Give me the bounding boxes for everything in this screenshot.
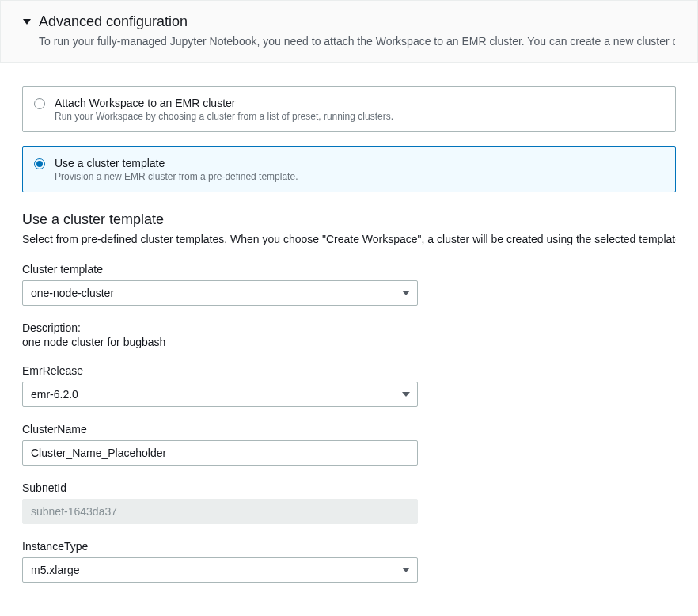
radio-description: Run your Workspace by choosing a cluster… — [55, 111, 393, 122]
radio-use-template[interactable]: Use a cluster template Provision a new E… — [22, 146, 676, 192]
cluster-template-select[interactable]: one-node-cluster — [22, 280, 418, 306]
advanced-config-toggle[interactable]: Advanced configuration — [23, 13, 675, 30]
subnet-id-input — [22, 499, 418, 524]
radio-icon — [34, 158, 45, 169]
instance-type-select[interactable]: m5.xlarge — [22, 557, 418, 583]
select-value: one-node-cluster — [31, 287, 114, 299]
advanced-config-panel: Advanced configuration To run your fully… — [0, 0, 698, 63]
radio-icon — [34, 98, 45, 109]
section-description: Select from pre-defined cluster template… — [22, 233, 676, 245]
description-label: Description: — [22, 321, 676, 334]
emr-release-label: EmrRelease — [22, 364, 676, 377]
radio-description: Provision a new EMR cluster from a pre-d… — [55, 171, 298, 182]
divider — [0, 599, 698, 599]
cluster-name-label: ClusterName — [22, 423, 676, 435]
emr-release-select[interactable]: emr-6.2.0 — [22, 382, 418, 407]
cluster-template-label: Cluster template — [22, 263, 676, 276]
panel-description: To run your fully-managed Jupyter Notebo… — [23, 35, 675, 48]
subnet-id-label: SubnetId — [22, 481, 676, 494]
radio-label: Use a cluster template — [55, 157, 298, 169]
radio-attach-workspace[interactable]: Attach Workspace to an EMR cluster Run y… — [22, 86, 676, 132]
select-value: m5.xlarge — [31, 564, 79, 576]
panel-title: Advanced configuration — [39, 13, 188, 30]
description-value: one node cluster for bugbash — [22, 336, 676, 348]
select-value: emr-6.2.0 — [31, 388, 78, 401]
instance-type-label: InstanceType — [22, 540, 676, 553]
section-title: Use a cluster template — [22, 211, 676, 228]
cluster-name-input[interactable] — [22, 440, 418, 466]
caret-down-icon — [23, 19, 31, 25]
radio-label: Attach Workspace to an EMR cluster — [55, 97, 393, 109]
